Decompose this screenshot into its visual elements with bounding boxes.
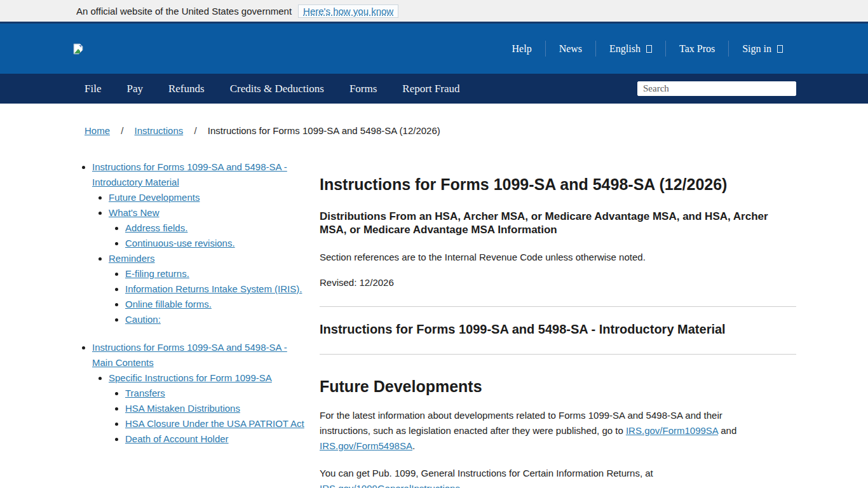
sidebar-link[interactable]: E-filing returns. xyxy=(125,268,189,279)
sidebar-list: Specific Instructions for Form 1099-SATr… xyxy=(92,370,308,447)
sidebar-link[interactable]: Continuous-use revisions. xyxy=(125,238,235,248)
search-input[interactable] xyxy=(637,81,796,96)
sign-in-icon xyxy=(777,45,783,53)
sidebar-link[interactable]: Information Returns Intake System (IRIS)… xyxy=(125,283,302,294)
nav-file[interactable]: File xyxy=(85,83,101,95)
tax-pros-link-label: Tax Pros xyxy=(679,43,715,55)
sidebar-item: HSA Closure Under the USA PATRIOT Act xyxy=(125,416,308,431)
sidebar-item: Instructions for Forms 1099-SA and 5498-… xyxy=(92,340,308,447)
sidebar-link[interactable]: Death of Account Holder xyxy=(125,433,229,444)
revised-date: Revised: 12/2026 xyxy=(320,276,796,289)
page-body: Instructions for Forms 1099-SA and 5498-… xyxy=(72,159,796,488)
sidebar-list: Address fields.Continuous-use revisions. xyxy=(109,220,308,251)
language-dropdown-icon xyxy=(646,45,652,53)
sidebar-item: Specific Instructions for Form 1099-SATr… xyxy=(109,370,308,447)
sidebar-item: E-filing returns. xyxy=(125,266,308,281)
sidebar-item: Information Returns Intake System (IRIS)… xyxy=(125,281,308,297)
introductory-material-heading: Instructions for Forms 1099-SA and 5498-… xyxy=(320,322,796,337)
divider xyxy=(320,354,796,355)
sidebar-toc: Instructions for Forms 1099-SA and 5498-… xyxy=(72,159,320,447)
sidebar-item: Online fillable forms. xyxy=(125,297,308,312)
section-references-note: Section references are to the Internal R… xyxy=(320,251,796,264)
sidebar-item: Transfers xyxy=(125,386,308,401)
tax-pros-link[interactable]: Tax Pros xyxy=(666,43,728,55)
sidebar-item: RemindersE-filing returns.Information Re… xyxy=(109,251,308,327)
inline-link[interactable]: IRS.gov/1099GeneralInstructions xyxy=(320,483,460,488)
future-developments-paragraph: For the latest information about develop… xyxy=(320,408,763,454)
nav-credits-deductions[interactable]: Credits & Deductions xyxy=(230,83,324,95)
main-content: Instructions for Forms 1099-SA and 5498-… xyxy=(320,159,796,488)
breadcrumb-current: Instructions for Forms 1099-SA and 5498-… xyxy=(208,125,440,136)
sidebar-list: Future DevelopmentsWhat's NewAddress fie… xyxy=(92,190,308,327)
inline-link[interactable]: IRS.gov/Form5498SA xyxy=(320,440,412,451)
sidebar-link[interactable]: Instructions for Forms 1099-SA and 5498-… xyxy=(92,161,287,187)
sidebar-item: Future Developments xyxy=(109,190,308,205)
sign-in-link-label: Sign in xyxy=(742,43,771,55)
breadcrumb: Home / Instructions / Instructions for F… xyxy=(72,125,796,136)
site-header: Help News English Tax Pros Sign in xyxy=(0,22,868,74)
sidebar-item: HSA Mistaken Distributions xyxy=(125,401,308,416)
pub-1099-paragraph: You can get Pub. 1099, General Instructi… xyxy=(320,466,763,488)
sidebar-link[interactable]: Caution: xyxy=(125,314,161,325)
sidebar-link[interactable]: Reminders xyxy=(109,253,155,264)
gov-banner: An official website of the United States… xyxy=(0,0,868,22)
sidebar-link[interactable]: Future Developments xyxy=(109,192,200,203)
page-subtitle: Distributions From an HSA, Archer MSA, o… xyxy=(320,210,777,236)
sidebar-list: TransfersHSA Mistaken DistributionsHSA C… xyxy=(109,386,308,447)
banner-text: An official website of the United States… xyxy=(76,6,292,17)
future-developments-heading: Future Developments xyxy=(320,377,796,396)
main-nav: File Pay Refunds Credits & Deductions Fo… xyxy=(72,83,460,95)
banner-how-you-know-link[interactable]: Here's how you know xyxy=(298,4,398,18)
nav-forms[interactable]: Forms xyxy=(349,83,377,95)
sidebar-link[interactable]: HSA Closure Under the USA PATRIOT Act xyxy=(125,418,304,429)
sidebar-item: Caution: xyxy=(125,312,308,327)
sign-in-link[interactable]: Sign in xyxy=(729,43,796,55)
sidebar-nav: Instructions for Forms 1099-SA and 5498-… xyxy=(72,159,308,447)
language-select[interactable]: English xyxy=(596,43,665,55)
sidebar-item: What's NewAddress fields.Continuous-use … xyxy=(109,205,308,251)
sidebar-list: Instructions for Forms 1099-SA and 5498-… xyxy=(72,159,308,447)
help-link-label: Help xyxy=(512,43,532,55)
sidebar-item: Continuous-use revisions. xyxy=(125,236,308,251)
nav-report-fraud[interactable]: Report Fraud xyxy=(402,83,459,95)
sidebar-item: Death of Account Holder xyxy=(125,431,308,447)
sidebar-link[interactable]: HSA Mistaken Distributions xyxy=(125,403,240,414)
sidebar-link[interactable]: Online fillable forms. xyxy=(125,299,212,309)
news-link[interactable]: News xyxy=(546,43,595,55)
nav-pay[interactable]: Pay xyxy=(126,83,143,95)
irs-logo-link[interactable] xyxy=(73,43,83,55)
sidebar-list: E-filing returns.Information Returns Int… xyxy=(109,266,308,327)
sidebar-link[interactable]: Address fields. xyxy=(125,222,187,233)
main-navbar: File Pay Refunds Credits & Deductions Fo… xyxy=(0,74,868,104)
help-link[interactable]: Help xyxy=(499,43,545,55)
sidebar-link[interactable]: Specific Instructions for Form 1099-SA xyxy=(109,372,272,383)
news-link-label: News xyxy=(559,43,582,55)
sidebar-link[interactable]: Instructions for Forms 1099-SA and 5498-… xyxy=(92,342,287,368)
breadcrumb-separator: / xyxy=(194,125,196,136)
utility-nav: Help News English Tax Pros Sign in xyxy=(499,41,796,57)
sidebar-link[interactable]: What's New xyxy=(109,207,159,218)
sidebar-item: Instructions for Forms 1099-SA and 5498-… xyxy=(92,159,308,327)
breadcrumb-instructions[interactable]: Instructions xyxy=(135,125,184,136)
nav-refunds[interactable]: Refunds xyxy=(168,83,205,95)
sidebar-link[interactable]: Transfers xyxy=(125,388,165,398)
breadcrumb-home[interactable]: Home xyxy=(85,125,110,136)
broken-image-icon xyxy=(73,43,83,55)
breadcrumb-separator: / xyxy=(121,125,123,136)
sidebar-item: Address fields. xyxy=(125,220,308,236)
divider xyxy=(320,306,796,307)
inline-link[interactable]: IRS.gov/Form1099SA xyxy=(626,425,718,436)
language-label: English xyxy=(609,43,641,55)
page-title: Instructions for Forms 1099-SA and 5498-… xyxy=(320,175,796,194)
